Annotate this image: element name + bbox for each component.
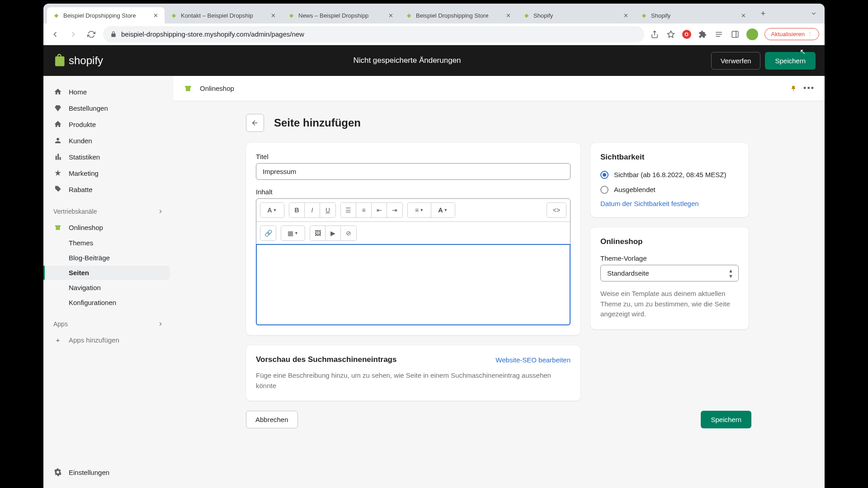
breadcrumb-text: Onlineshop: [200, 84, 234, 92]
reload-icon[interactable]: [85, 28, 98, 41]
visibility-visible-radio[interactable]: Sichtbar (ab 16.8.2022, 08:45 MESZ): [600, 170, 739, 179]
save-button-bottom[interactable]: Speichern: [701, 411, 751, 428]
indent-button[interactable]: ⇥: [387, 203, 402, 217]
sidebar-item-label: Home: [69, 88, 87, 96]
sidebar-section-channels[interactable]: Vertriebskanäle: [47, 204, 170, 219]
browser-tab[interactable]: ◆ Shopify ✕: [635, 7, 752, 23]
title-input[interactable]: [256, 163, 571, 180]
tab-title: Beispiel Dropshipping Store: [63, 12, 148, 19]
forward-icon[interactable]: [67, 28, 80, 41]
sidebar-item-settings[interactable]: Einstellungen: [47, 465, 170, 480]
browser-tab[interactable]: ◆ Beispiel Dropshipping Store ✕: [400, 7, 517, 23]
update-button[interactable]: Aktualisieren ⋮: [764, 28, 819, 40]
close-icon[interactable]: ✕: [269, 12, 277, 19]
analytics-icon: [53, 152, 62, 161]
sidebar-section-apps[interactable]: Apps: [47, 317, 170, 331]
visibility-hidden-radio[interactable]: Ausgeblendet: [600, 185, 739, 194]
sidebar-item-discounts[interactable]: Rabatte: [47, 182, 170, 197]
title-label: Titel: [256, 153, 571, 160]
tabs-dropdown-icon[interactable]: [807, 6, 821, 21]
video-button[interactable]: ▶: [326, 226, 341, 240]
link-button[interactable]: 🔗: [260, 226, 276, 240]
clear-format-button[interactable]: ⊘: [341, 226, 356, 240]
table-button[interactable]: ▦▼: [281, 226, 305, 240]
shopify-logo[interactable]: shopify: [52, 53, 103, 68]
underline-button[interactable]: U: [320, 203, 335, 217]
save-button-top[interactable]: Speichern ↖: [765, 52, 816, 70]
pin-icon[interactable]: [790, 85, 797, 92]
outdent-button[interactable]: ⇤: [372, 203, 387, 217]
bullet-list-button[interactable]: ☰: [341, 203, 356, 217]
chevron-right-icon: [157, 208, 164, 215]
tab-title: Kontakt – Beispiel Dropship: [181, 12, 266, 19]
bookmark-star-icon[interactable]: [666, 29, 676, 39]
more-icon[interactable]: •••: [803, 84, 815, 93]
close-icon[interactable]: ✕: [622, 12, 629, 19]
close-icon[interactable]: ✕: [505, 12, 512, 19]
tab-title: Shopify: [533, 12, 618, 19]
unsaved-changes-banner: shopify Nicht gespeicherte Änderungen Ve…: [43, 45, 825, 76]
onlineshop-heading: Onlineshop: [600, 237, 739, 246]
shopify-favicon-icon: ◆: [52, 12, 60, 19]
close-icon[interactable]: ✕: [387, 12, 394, 19]
customers-icon: [53, 136, 62, 145]
store-icon: [184, 84, 193, 94]
content-editor-body[interactable]: [256, 244, 571, 325]
sidebar-item-marketing[interactable]: Marketing: [47, 165, 170, 181]
align-button[interactable]: ≡▼: [408, 203, 431, 217]
sidebar-item-home[interactable]: Home: [47, 84, 170, 99]
sidebar-item-add-apps[interactable]: + Apps hinzufügen: [47, 332, 170, 347]
text-color-button[interactable]: A▼: [431, 203, 455, 217]
back-button[interactable]: [246, 114, 264, 132]
side-panel-icon[interactable]: [730, 29, 740, 39]
sidebar-item-label: Kunden: [69, 137, 92, 145]
visibility-heading: Sichtbarkeit: [600, 153, 739, 162]
close-icon[interactable]: ✕: [740, 12, 747, 19]
url-field[interactable]: beispiel-dropshipping-store.myshopify.co…: [103, 26, 644, 42]
sidebar-item-orders[interactable]: Bestellungen: [47, 100, 170, 116]
set-visibility-date-link[interactable]: Datum der Sichtbarkeit festlegen: [600, 200, 739, 207]
extension-badge-icon[interactable]: O: [682, 30, 691, 39]
cancel-button[interactable]: Abbrechen: [246, 411, 298, 428]
close-icon[interactable]: ✕: [152, 12, 159, 19]
new-tab-button[interactable]: +: [756, 6, 770, 21]
radio-icon: [600, 186, 609, 194]
sidebar-sub-preferences[interactable]: Konfigurationen: [47, 296, 170, 310]
browser-tab[interactable]: ◆ Shopify ✕: [517, 7, 635, 23]
seo-preview-card: Vorschau des Suchmaschineneintrags Websi…: [246, 345, 580, 401]
sidebar-nav: Home Bestellungen Produkte Kunden Statis…: [43, 76, 174, 488]
back-icon[interactable]: [49, 28, 61, 41]
sidebar-sub-blog[interactable]: Blog-Beiträge: [47, 251, 170, 265]
reading-list-icon[interactable]: [714, 29, 724, 39]
template-label: Theme-Vorlage: [600, 254, 739, 262]
share-icon[interactable]: [650, 29, 660, 39]
numbered-list-button[interactable]: ≡: [356, 203, 372, 217]
radio-label: Ausgeblendet: [614, 185, 656, 194]
sidebar-item-label: Marketing: [69, 169, 99, 177]
browser-tab[interactable]: ◆ Kontakt – Beispiel Dropship ✕: [165, 7, 282, 23]
browser-tab-bar: ◆ Beispiel Dropshipping Store ✕ ◆ Kontak…: [43, 4, 825, 23]
sidebar-sub-pages[interactable]: Seiten: [43, 266, 170, 280]
template-select[interactable]: Standardseite: [600, 265, 739, 282]
shopify-favicon-icon: ◆: [405, 12, 412, 19]
sidebar-item-analytics[interactable]: Statistiken: [47, 149, 170, 164]
sidebar-sub-navigation[interactable]: Navigation: [47, 281, 170, 295]
sidebar-item-label: Apps hinzufügen: [69, 336, 119, 344]
italic-button[interactable]: I: [305, 203, 320, 217]
bold-button[interactable]: B: [289, 203, 305, 217]
extensions-icon[interactable]: [698, 29, 708, 39]
html-view-button[interactable]: <>: [547, 203, 566, 217]
radio-label: Sichtbar (ab 16.8.2022, 08:45 MESZ): [614, 170, 726, 179]
sidebar-item-products[interactable]: Produkte: [47, 117, 170, 132]
paragraph-format-button[interactable]: A▼: [260, 203, 284, 217]
discard-button[interactable]: Verwerfen: [711, 52, 761, 70]
browser-url-bar: beispiel-dropshipping-store.myshopify.co…: [43, 23, 825, 45]
sidebar-item-customers[interactable]: Kunden: [47, 133, 170, 148]
image-button[interactable]: 🖼: [310, 226, 326, 240]
profile-avatar[interactable]: [746, 28, 758, 40]
sidebar-sub-themes[interactable]: Themes: [47, 236, 170, 250]
browser-tab[interactable]: ◆ Beispiel Dropshipping Store ✕: [47, 7, 165, 23]
sidebar-item-onlineshop[interactable]: Onlineshop: [47, 220, 170, 235]
browser-tab[interactable]: ◆ News – Beispiel Dropshipp ✕: [282, 7, 400, 23]
edit-seo-link[interactable]: Website-SEO bearbeiten: [495, 356, 571, 364]
